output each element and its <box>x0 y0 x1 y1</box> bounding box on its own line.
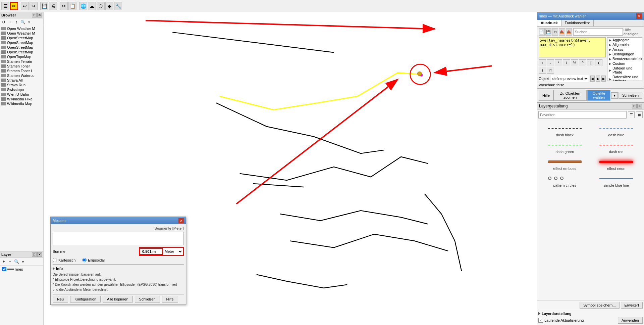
browser-filter-btn[interactable]: 🔍 <box>20 19 26 25</box>
messen-ellipsoidal-label[interactable]: Ellipsoidal <box>82 258 105 262</box>
fn-arrays[interactable]: ▶ Arrays <box>607 47 642 52</box>
toolbar-icon-diamond[interactable]: ◆ <box>105 2 113 10</box>
layer-collapse-btn[interactable]: » <box>20 259 26 265</box>
favorites-grid-view-btn[interactable]: ⊞ <box>636 111 643 118</box>
expression-textarea[interactable]: overlay_nearest(@layer, max_distance:=1) <box>539 37 606 57</box>
layer-item-lines[interactable]: lines <box>1 266 43 272</box>
help-link[interactable]: Hilfe anzeigen <box>624 28 642 36</box>
op-multiply[interactable]: * <box>555 59 562 66</box>
fn-datensaetze[interactable]: ▶ Datensätze und Attribute <box>607 75 642 81</box>
messen-close-btn[interactable]: Schließen <box>135 296 160 303</box>
toolbar-icon-cloud[interactable]: ☁ <box>88 2 96 10</box>
fn-benutzerausdruecke[interactable]: ▶ Benutzerausdrücke <box>607 56 642 61</box>
messen-copy-button[interactable]: Alle kopieren <box>103 296 133 303</box>
select-objects-button[interactable]: Objekte wählen <box>587 90 610 101</box>
messen-config-button[interactable]: Konfiguration <box>70 296 101 303</box>
fn-custom[interactable]: ▶ Custom <box>607 61 642 66</box>
layer-filter-btn[interactable]: 🔍 <box>13 259 19 265</box>
browser-item-stamen-toner[interactable]: Stamen Toner <box>0 64 43 68</box>
tab-ausdruck[interactable]: Ausdruck <box>537 20 561 26</box>
browser-item-wien-ubahn[interactable]: Wien U-Bahn <box>0 92 43 97</box>
favorites-search-input[interactable] <box>538 111 627 119</box>
layer-close-icon[interactable]: ✕ <box>37 252 42 257</box>
laufende-aktualisierung-checkbox[interactable]: ✓ <box>538 318 543 323</box>
op-minus[interactable]: - <box>547 59 554 66</box>
nav-prev-button[interactable]: ◀ <box>590 76 595 82</box>
messen-kartesisch-label[interactable]: Kartesisch <box>53 258 75 262</box>
browser-dock-icon[interactable]: □ <box>32 13 37 17</box>
messen-close-button[interactable]: ✕ <box>178 218 184 223</box>
zoom-objects-button[interactable]: Zu Objekten zoomen <box>553 90 587 101</box>
browser-item-swisstopo[interactable]: Swisstopo <box>0 87 43 92</box>
browser-refresh-btn[interactable]: ↺ <box>1 19 7 25</box>
style-item-dash-black[interactable]: dash black <box>540 123 590 138</box>
tab-funktionseditor[interactable]: Funktionseditor <box>561 20 594 26</box>
browser-item-stamen-terrain[interactable]: Stamen Terrain <box>0 59 43 64</box>
op-pipe[interactable]: || <box>587 59 594 66</box>
function-search-input[interactable] <box>573 28 623 36</box>
browser-item-osm1[interactable]: OpenStreetMap <box>0 36 43 40</box>
toolbar-icon-menu[interactable]: ☰ <box>1 2 9 10</box>
expr-help-button[interactable]: Hilfe <box>539 90 553 101</box>
map-canvas[interactable]: Messen ✕ Segmente [Meter] Summe 0.501 m … <box>44 12 537 325</box>
apply-button[interactable]: Anwenden <box>618 317 643 324</box>
select-dropdown-button[interactable]: ▼ <box>611 92 618 99</box>
expr-close-button[interactable]: Schließen <box>619 92 642 99</box>
expression-dialog-close-button[interactable]: ✕ <box>636 13 642 19</box>
layer-add-btn[interactable]: + <box>1 259 7 265</box>
messen-ellipsoidal-radio[interactable] <box>82 258 87 262</box>
op-power[interactable]: ^ <box>579 59 586 66</box>
run-button[interactable]: ▶ <box>601 76 606 82</box>
object-select[interactable]: define preview text <box>551 75 589 82</box>
browser-item-osm4[interactable]: OpenStreetMap <box>0 50 43 54</box>
op-percent[interactable]: % <box>571 59 578 66</box>
layergestaltung-close-icon[interactable]: ✕ <box>637 104 642 108</box>
toolbar-icon-wrench[interactable]: 🔧 <box>114 2 122 10</box>
browser-item-stamen-toner-l[interactable]: Stamen Toner L <box>0 68 43 73</box>
style-item-simple-blue[interactable]: simple blue line <box>591 173 642 189</box>
browser-close-icon[interactable]: ✕ <box>37 13 42 17</box>
browser-add-btn[interactable]: + <box>7 19 13 25</box>
browser-item-strava-all[interactable]: Strava All <box>0 78 43 83</box>
expr-toolbar-btn-2[interactable]: 💾 <box>545 28 551 36</box>
style-item-dash-blue[interactable]: dash blue <box>591 123 642 138</box>
messen-kartesisch-radio[interactable] <box>53 258 57 262</box>
toolbar-icon-cut[interactable]: ✂ <box>60 2 68 10</box>
browser-item-osm3[interactable]: OpenStreetMap <box>0 45 43 50</box>
save-symbol-button[interactable]: Symbol speichern... <box>580 302 620 309</box>
browser-item-wikimedia-hike[interactable]: Wikimedia Hike <box>0 97 43 101</box>
browser-item-osm2[interactable]: OpenStreetMap <box>0 40 43 45</box>
browser-item-otm[interactable]: OpenTopoMap <box>0 54 43 59</box>
style-item-pattern-circles[interactable]: pattern circles <box>540 173 590 189</box>
toolbar-icon-save[interactable]: 💾 <box>40 2 48 10</box>
layer-dock-icon[interactable]: □ <box>32 252 37 257</box>
browser-item-wikimedia-map[interactable]: Wikimedia Map <box>0 101 43 106</box>
browser-item-openweather1[interactable]: Open Weather M <box>0 26 43 31</box>
op-plus[interactable]: + <box>539 59 546 66</box>
toolbar-icon-print[interactable]: 🖨 <box>49 2 57 10</box>
browser-up-btn[interactable]: ↑ <box>13 19 19 25</box>
messen-unit-select[interactable]: Meter <box>163 248 183 255</box>
expr-toolbar-btn-5[interactable]: 📤 <box>566 28 572 36</box>
layer-visibility-checkbox[interactable] <box>2 267 6 271</box>
fn-aggregate[interactable]: ▶ Aggregate <box>607 38 642 42</box>
style-item-effect-neon[interactable]: effect neon <box>591 156 642 172</box>
expr-toolbar-btn-1[interactable]: 📄 <box>539 28 545 36</box>
nav-next-button[interactable]: ▶ <box>596 76 600 82</box>
style-item-effect-emboss[interactable]: effect emboss <box>540 156 590 172</box>
favorites-list-view-btn[interactable]: ☰ <box>628 111 635 118</box>
browser-item-openweather2[interactable]: Open Weather M <box>0 31 43 36</box>
style-item-dash-green[interactable]: dash green <box>540 140 590 155</box>
messen-info-header[interactable]: Info <box>53 267 184 271</box>
fn-allgemein[interactable]: ▶ Allgemein <box>607 42 642 47</box>
toolbar-icon-hex[interactable]: ⬡ <box>97 2 105 10</box>
toolbar-icon-redo[interactable]: ↪ <box>30 2 38 10</box>
fn-dateien[interactable]: ▶ Dateien und Pfade <box>607 66 642 75</box>
layer-remove-btn[interactable]: − <box>7 259 13 265</box>
expr-toolbar-btn-3[interactable]: ✂ <box>552 28 558 36</box>
fn-bedingungen[interactable]: ▶ Bedingungen <box>607 52 642 56</box>
messen-new-button[interactable]: Neu <box>53 296 68 303</box>
expr-toolbar-btn-4[interactable]: 📥 <box>559 28 565 36</box>
op-rparen[interactable]: ) <box>539 67 546 74</box>
toolbar-icon-copy[interactable]: 📋 <box>68 2 76 10</box>
